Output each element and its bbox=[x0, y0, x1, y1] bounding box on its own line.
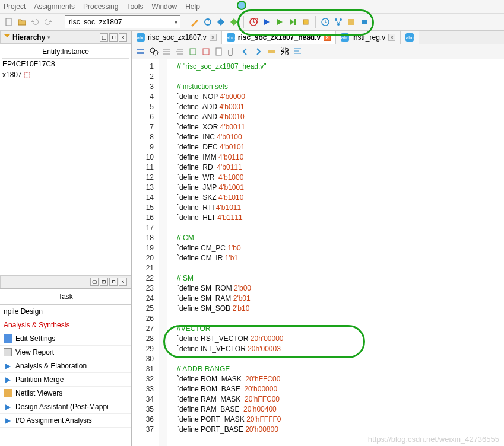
attach-icon[interactable] bbox=[227, 46, 237, 57]
nav-back-icon[interactable] bbox=[240, 46, 251, 57]
folder-icon bbox=[4, 389, 12, 397]
editor-tab[interactable]: abcrisc_soc_zx1807.v× bbox=[132, 31, 222, 44]
refresh-icon[interactable] bbox=[202, 17, 213, 27]
redo-icon[interactable] bbox=[43, 17, 53, 27]
pane-buttons: ▢ ⊓ × bbox=[100, 33, 127, 42]
watermark-text: https://blog.csdn.net/weixin_42736555 bbox=[368, 435, 499, 444]
menu-window[interactable]: Window bbox=[151, 2, 177, 11]
entity-column-header: Entity:Instance bbox=[2, 46, 129, 59]
svg-rect-10 bbox=[348, 19, 354, 25]
play-icon: ▶ bbox=[4, 362, 12, 370]
svg-rect-18 bbox=[216, 48, 221, 55]
menu-bar: Project Assignments Processing Tools Win… bbox=[0, 0, 504, 14]
undo-icon[interactable] bbox=[30, 17, 40, 27]
pane-btn-3[interactable]: × bbox=[119, 33, 127, 42]
editor-area: abcrisc_soc_zx1807.v×abcrisc_soc_zx1807_… bbox=[132, 31, 504, 446]
task-item[interactable]: ▶I/O Assignment Analysis bbox=[0, 414, 131, 428]
code-area[interactable]: 1 2 3 4 5 6 7 8 9 10 11 12 13 14 15 16 1… bbox=[132, 59, 504, 446]
svg-rect-11 bbox=[362, 20, 367, 24]
task-label: Edit Settings bbox=[15, 334, 55, 343]
tab-filename: risc_soc_zx1807.v bbox=[148, 33, 207, 42]
timing-icon[interactable] bbox=[320, 17, 331, 27]
task-item[interactable]: npile Design bbox=[0, 305, 131, 318]
editor-tab[interactable]: abcinstr_reg.v× bbox=[336, 31, 401, 44]
task-item[interactable]: ▶Analysis & Elaboration bbox=[0, 359, 131, 373]
pane2-btn-3[interactable]: ⊓ bbox=[109, 278, 118, 286]
nav-fwd-icon[interactable] bbox=[253, 46, 264, 57]
chip-icon[interactable] bbox=[300, 17, 311, 27]
uncomment-icon[interactable] bbox=[201, 46, 211, 57]
new-file-icon[interactable] bbox=[4, 17, 14, 27]
svg-rect-0 bbox=[6, 18, 11, 26]
top-entity-row[interactable]: x1807 ⬚ bbox=[2, 69, 129, 80]
editor-tabbar: abcrisc_soc_zx1807.v×abcrisc_soc_zx1807_… bbox=[132, 31, 504, 44]
editor-toolbar: 267268 bbox=[132, 44, 504, 59]
svg-rect-5 bbox=[303, 20, 308, 24]
task-item[interactable]: Edit Settings bbox=[0, 332, 131, 346]
svg-rect-13 bbox=[137, 52, 144, 54]
task-item[interactable]: Analysis & Synthesis bbox=[0, 318, 131, 332]
play-icon[interactable] bbox=[261, 17, 272, 27]
tab-close-icon[interactable]: × bbox=[210, 34, 217, 41]
file-type-icon: abc bbox=[227, 33, 235, 42]
editor-tab[interactable]: abcrisc_soc_zx1807_head.v× bbox=[222, 31, 336, 44]
indent-icon[interactable] bbox=[161, 46, 172, 57]
play-green-icon[interactable] bbox=[274, 17, 285, 27]
ruler-icon[interactable] bbox=[266, 46, 277, 57]
project-selector[interactable]: risc_soc_zx1807 bbox=[65, 15, 180, 28]
file-type-icon: abc bbox=[137, 33, 145, 42]
compile-all-icon[interactable] bbox=[229, 17, 239, 27]
task-item[interactable]: ▶Partition Merge bbox=[0, 373, 131, 387]
bookmark-icon[interactable] bbox=[135, 46, 146, 57]
open-folder-icon[interactable] bbox=[17, 17, 27, 27]
svg-rect-17 bbox=[203, 49, 209, 55]
main-area: Hierarchy ▾ ▢ ⊓ × Entity:Instance EP4CE1… bbox=[0, 31, 504, 446]
device-row[interactable]: EP4CE10F17C8 bbox=[2, 59, 129, 69]
task-item[interactable]: Netlist Viewers bbox=[0, 387, 131, 400]
programmer-icon[interactable] bbox=[359, 17, 370, 27]
netlist-icon[interactable] bbox=[333, 17, 344, 27]
toolbar-separator bbox=[58, 16, 58, 28]
svg-rect-4 bbox=[294, 19, 296, 25]
format-icon[interactable] bbox=[292, 46, 303, 57]
tasks-pane: Task npile DesignAnalysis & SynthesisEdi… bbox=[0, 288, 131, 428]
hierarchy-selector[interactable]: Hierarchy ▾ bbox=[4, 33, 50, 42]
pane2-btn-1[interactable]: ▢ bbox=[90, 278, 99, 286]
svg-rect-16 bbox=[190, 49, 196, 55]
compile-icon[interactable] bbox=[215, 17, 226, 27]
outdent-icon[interactable] bbox=[175, 46, 185, 57]
code-text[interactable]: // "risc_soc_zx1807_head.v" // instuctio… bbox=[167, 59, 287, 446]
task-label: Analysis & Elaboration bbox=[15, 362, 87, 370]
line-numbers-icon[interactable]: 267268 bbox=[279, 46, 290, 57]
task-item[interactable]: View Report bbox=[0, 346, 131, 359]
pane-btn-2[interactable]: ⊓ bbox=[109, 33, 118, 42]
doc-icon bbox=[4, 334, 12, 343]
hierarchy-chip-icon: ⬚ bbox=[24, 71, 30, 79]
tasks-header: Task bbox=[0, 289, 131, 305]
menu-processing[interactable]: Processing bbox=[83, 2, 118, 11]
task-item[interactable]: ▶Design Assistant (Post-Mappi bbox=[0, 400, 131, 414]
tab-close-icon[interactable]: × bbox=[388, 34, 395, 41]
menu-project[interactable]: Project bbox=[4, 2, 26, 11]
pane2-btn-2[interactable]: ⊡ bbox=[100, 278, 108, 286]
stop-icon[interactable]: STOP bbox=[248, 17, 259, 27]
tab-close-icon[interactable]: × bbox=[324, 34, 331, 41]
pin-planner-icon[interactable] bbox=[346, 17, 357, 27]
hierarchy-tree[interactable]: Entity:Instance EP4CE10F17C8 x1807 ⬚ bbox=[0, 44, 131, 275]
editor-tab-more[interactable]: abc bbox=[401, 31, 419, 44]
comment-icon[interactable] bbox=[188, 46, 198, 57]
pane2-btn-4[interactable]: × bbox=[119, 278, 127, 286]
find-icon[interactable] bbox=[148, 46, 159, 57]
fold-column[interactable] bbox=[159, 59, 167, 446]
wand-icon[interactable] bbox=[189, 17, 200, 27]
task-label: View Report bbox=[15, 348, 54, 356]
menu-assignments[interactable]: Assignments bbox=[34, 2, 75, 11]
pane-btn-1[interactable]: ▢ bbox=[100, 33, 108, 42]
step-icon[interactable] bbox=[287, 17, 298, 27]
file-type-icon: abc bbox=[405, 33, 414, 42]
toolbar-separator bbox=[185, 16, 185, 28]
hierarchy-label: Hierarchy bbox=[12, 33, 45, 42]
menu-tools[interactable]: Tools bbox=[126, 2, 143, 11]
menu-help[interactable]: Help bbox=[185, 2, 200, 11]
template-icon[interactable] bbox=[214, 46, 224, 57]
